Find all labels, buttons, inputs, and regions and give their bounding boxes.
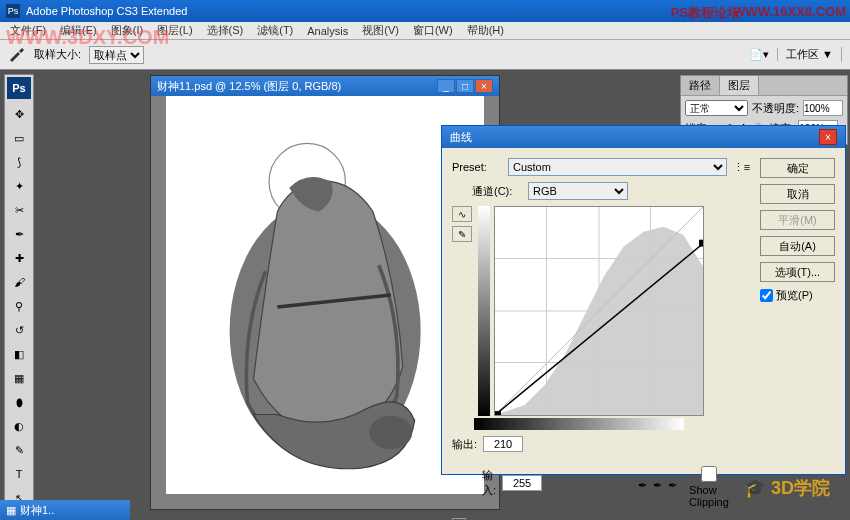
preview-label: 预览(P)	[776, 288, 813, 303]
minimize-icon[interactable]: _	[437, 79, 455, 93]
app-title: Adobe Photoshop CS3 Extended	[26, 5, 187, 17]
preset-label: Preset:	[452, 161, 502, 173]
input-input[interactable]	[502, 475, 542, 491]
preview-checkbox[interactable]	[760, 289, 773, 302]
preset-menu-icon[interactable]: ⋮≡	[733, 161, 750, 174]
workspace-button[interactable]: 工作区 ▼	[786, 47, 842, 62]
output-input[interactable]	[483, 436, 523, 452]
move-tool-icon[interactable]: ✥	[7, 103, 31, 125]
menu-view[interactable]: 视图(V)	[356, 23, 405, 38]
svg-point-2	[369, 416, 412, 449]
gradient-tool-icon[interactable]: ▦	[7, 367, 31, 389]
ps-logo: Ps	[7, 77, 31, 99]
smooth-button: 平滑(M)	[760, 210, 835, 230]
menu-bar: 文件(F) 编辑(E) 图象(I) 图层(L) 选择(S) 滤镜(T) Anal…	[0, 22, 850, 40]
crop-tool-icon[interactable]: ✂	[7, 199, 31, 221]
svg-rect-13	[699, 240, 703, 247]
input-gradient	[474, 418, 684, 430]
menu-filter[interactable]: 滤镜(T)	[251, 23, 299, 38]
artwork-deity-illustration	[190, 116, 460, 474]
tab-paths[interactable]: 路径	[681, 76, 720, 95]
input-label: 输入:	[482, 468, 496, 498]
lasso-tool-icon[interactable]: ⟆	[7, 151, 31, 173]
menu-help[interactable]: 帮助(H)	[461, 23, 510, 38]
app-titlebar: Ps Adobe Photoshop CS3 Extended	[0, 0, 850, 22]
svg-rect-14	[495, 411, 501, 415]
curves-dialog: 曲线 × Preset: Custom ⋮≡ 通道(C): RGB ∿ ✎	[441, 125, 846, 475]
menu-file[interactable]: 文件(F)	[4, 23, 52, 38]
heal-tool-icon[interactable]: ✚	[7, 247, 31, 269]
sample-size-label: 取样大小:	[34, 47, 81, 62]
channel-select[interactable]: RGB	[528, 182, 628, 200]
opacity-label: 不透明度:	[752, 101, 799, 116]
sample-size-select[interactable]: 取样点	[89, 46, 144, 64]
gray-point-eyedropper-icon[interactable]: ✒	[653, 479, 662, 495]
taskbar-doc-label: 财神1..	[20, 503, 54, 518]
document-title: 财神11.psd @ 12.5% (图层 0, RGB/8)	[157, 79, 341, 94]
wand-tool-icon[interactable]: ✦	[7, 175, 31, 197]
tab-layers[interactable]: 图层	[720, 76, 759, 95]
menu-image[interactable]: 图象(I)	[105, 23, 149, 38]
dialog-title: 曲线	[450, 130, 472, 145]
show-clipping-checkbox[interactable]	[689, 466, 729, 482]
dodge-tool-icon[interactable]: ◐	[7, 415, 31, 437]
curve-pencil-tool-icon[interactable]: ✎	[452, 226, 472, 242]
stamp-tool-icon[interactable]: ⚲	[7, 295, 31, 317]
document-canvas[interactable]	[166, 96, 484, 494]
output-label: 输出:	[452, 437, 477, 452]
doc-profile-icon[interactable]: 📄▾	[749, 48, 778, 61]
blur-tool-icon[interactable]: ⬮	[7, 391, 31, 413]
ps-icon: Ps	[6, 4, 20, 18]
brush-tool-icon[interactable]: 🖌	[7, 271, 31, 293]
show-clipping-label: Show Clipping	[689, 484, 729, 508]
pen-tool-icon[interactable]: ✎	[7, 439, 31, 461]
auto-button[interactable]: 自动(A)	[760, 236, 835, 256]
taskbar-doc-button[interactable]: ▦ 财神1..	[0, 500, 130, 520]
options-bar: 取样大小: 取样点 📄▾ 工作区 ▼	[0, 40, 850, 70]
dialog-titlebar[interactable]: 曲线 ×	[442, 126, 845, 148]
output-gradient	[478, 206, 490, 416]
options-button[interactable]: 选项(T)...	[760, 262, 835, 282]
eyedropper-icon	[8, 48, 26, 62]
ps-small-icon: ▦	[6, 504, 16, 517]
preset-select[interactable]: Custom	[508, 158, 727, 176]
menu-select[interactable]: 选择(S)	[201, 23, 250, 38]
close-icon[interactable]: ×	[475, 79, 493, 93]
white-point-eyedropper-icon[interactable]: ✒	[668, 479, 677, 495]
type-tool-icon[interactable]: T	[7, 463, 31, 485]
blend-mode-select[interactable]: 正常	[685, 100, 748, 116]
ok-button[interactable]: 确定	[760, 158, 835, 178]
cancel-button[interactable]: 取消	[760, 184, 835, 204]
maximize-icon[interactable]: □	[456, 79, 474, 93]
menu-edit[interactable]: 编辑(E)	[54, 23, 103, 38]
marquee-tool-icon[interactable]: ▭	[7, 127, 31, 149]
opacity-input[interactable]	[803, 100, 843, 116]
black-point-eyedropper-icon[interactable]: ✒	[638, 479, 647, 495]
channel-label: 通道(C):	[472, 184, 522, 199]
document-titlebar[interactable]: 财神11.psd @ 12.5% (图层 0, RGB/8) _ □ ×	[151, 76, 499, 96]
menu-window[interactable]: 窗口(W)	[407, 23, 459, 38]
curve-point-tool-icon[interactable]: ∿	[452, 206, 472, 222]
eyedropper-tool-icon[interactable]: ✒	[7, 223, 31, 245]
toolbox: Ps ✥ ▭ ⟆ ✦ ✂ ✒ ✚ 🖌 ⚲ ↺ ◧ ▦ ⬮ ◐ ✎ T ↖ ▢ ◎	[4, 74, 34, 520]
menu-layer[interactable]: 图层(L)	[151, 23, 198, 38]
eraser-tool-icon[interactable]: ◧	[7, 343, 31, 365]
curves-graph[interactable]	[494, 206, 704, 416]
menu-analysis[interactable]: Analysis	[301, 25, 354, 37]
dialog-close-icon[interactable]: ×	[819, 129, 837, 145]
history-brush-icon[interactable]: ↺	[7, 319, 31, 341]
